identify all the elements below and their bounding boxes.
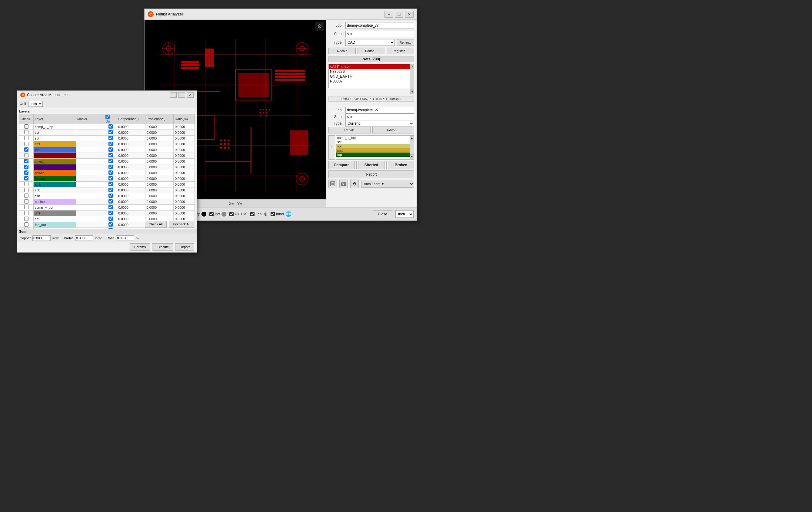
drill-drill[interactable]: [109, 211, 113, 215]
broken-button[interactable]: Broken: [388, 161, 414, 169]
check-comp-top[interactable]: [24, 124, 28, 129]
drill-power[interactable]: [109, 170, 113, 175]
compare-button[interactable]: Compare: [328, 161, 355, 169]
check-power[interactable]: [24, 170, 28, 175]
check-top[interactable]: [24, 147, 28, 152]
drill-comp-top[interactable]: [109, 124, 113, 129]
drill-smb[interactable]: [109, 182, 113, 186]
close-button-toolbar[interactable]: Close: [373, 210, 393, 218]
drill-inner2[interactable]: [109, 165, 113, 169]
layer-small-spt[interactable]: spt: [336, 144, 410, 148]
check-comp-bot[interactable]: [24, 205, 28, 209]
layer-scroll-up[interactable]: ▲: [410, 136, 414, 140]
type-dropdown-1[interactable]: CAD: [345, 39, 395, 46]
svg-rect-29: [263, 112, 264, 113]
drill-comp-bot[interactable]: [109, 205, 113, 209]
nets-scroll-up[interactable]: ▲: [410, 64, 414, 69]
bot-checkbox[interactable]: [209, 212, 213, 216]
gear-icon[interactable]: ⚙: [315, 22, 324, 31]
execute-button[interactable]: Execute: [152, 243, 173, 250]
shorted-button[interactable]: Shorted: [358, 161, 384, 169]
step-input-1[interactable]: [345, 31, 414, 37]
filter-button[interactable]: ≡: [328, 135, 335, 160]
drill-smt[interactable]: [109, 142, 113, 146]
unit-dropdown[interactable]: Inch: [396, 211, 413, 218]
editor-button-1[interactable]: Editor ...: [357, 48, 385, 54]
nets-header: Nets (788): [328, 56, 414, 62]
check-drill[interactable]: [24, 211, 28, 215]
params-button[interactable]: Params: [130, 243, 150, 250]
register-button[interactable]: Register ...: [387, 48, 414, 54]
check-bottom[interactable]: [24, 176, 28, 181]
tool-checkbox[interactable]: [250, 212, 255, 216]
inner-checkbox[interactable]: [270, 212, 275, 216]
job-input-1[interactable]: [345, 22, 414, 29]
check-ssb[interactable]: [24, 193, 28, 198]
profile-outline: 0.0000: [145, 199, 173, 205]
check-all-button[interactable]: Check All: [145, 221, 167, 227]
copper-minimize-btn[interactable]: −: [170, 92, 177, 98]
nets-scroll-down[interactable]: ▼: [410, 89, 414, 94]
copper-report-button[interactable]: Report: [175, 243, 194, 250]
type-dropdown-2[interactable]: Current: [345, 120, 414, 127]
check-gnd[interactable]: [24, 153, 28, 157]
nets-item-n885276[interactable]: N885276: [329, 69, 410, 74]
layer-small-top[interactable]: top: [336, 153, 410, 157]
drill-spt[interactable]: [109, 136, 113, 140]
maximize-button[interactable]: □: [395, 11, 403, 18]
check-inner1[interactable]: [24, 159, 28, 163]
profile-sum-input[interactable]: [75, 235, 93, 241]
drill-inner1[interactable]: [109, 159, 113, 163]
copper-close-btn[interactable]: ✕: [187, 92, 194, 98]
step-input-2[interactable]: [345, 113, 414, 120]
recalc-button-1[interactable]: Recalc: [328, 48, 356, 54]
layer-small-comp-top[interactable]: comp_+_top: [336, 136, 410, 140]
layer-scroll-down[interactable]: ▼: [410, 154, 414, 159]
recalc-button-2[interactable]: Recalc: [328, 127, 371, 133]
nets-item-all-points[interactable]: <All Points>: [329, 64, 410, 69]
layer-small-sst[interactable]: sst: [336, 140, 410, 144]
drill-spb[interactable]: [109, 188, 113, 192]
drill-gnd[interactable]: [109, 153, 113, 157]
uncheck-all-button[interactable]: Uncheck All: [169, 221, 194, 227]
drill-bottom[interactable]: [109, 176, 113, 181]
unit-select[interactable]: inch mm: [28, 101, 43, 107]
nets-item-gnd-earth[interactable]: GND_EARTH: [329, 74, 410, 79]
nets-item-n00837[interactable]: N00837: [329, 79, 410, 84]
ratio-sum-input[interactable]: [116, 235, 134, 241]
copper-sum-input[interactable]: [32, 235, 51, 241]
close-button[interactable]: ✕: [405, 11, 413, 18]
check-outline[interactable]: [24, 199, 28, 204]
drill-top[interactable]: [109, 147, 113, 152]
table-row: inner2 0.0000 0.0000 0.0000: [20, 164, 195, 170]
profile-sum-label: Profile: [64, 236, 73, 240]
minimize-button[interactable]: −: [384, 11, 393, 18]
pth-checkbox[interactable]: [229, 212, 234, 216]
layer-small-smt[interactable]: smt: [336, 148, 410, 153]
editor-button-2[interactable]: Editor ...: [372, 127, 414, 133]
drill-sst[interactable]: [109, 130, 113, 134]
layer-list-small[interactable]: comp_+_top sst spt smt top: [336, 135, 410, 160]
col-ratio: Ratio(%): [173, 114, 195, 124]
svg-rect-30: [266, 112, 267, 113]
check-inner2[interactable]: [24, 165, 28, 169]
camera-icon-button[interactable]: [339, 180, 348, 188]
drill-ssb[interactable]: [109, 193, 113, 198]
settings-icon-button[interactable]: ⚙: [350, 180, 359, 188]
layer-comp-top: comp_+_top: [33, 124, 76, 130]
pcb-icon-button[interactable]: [328, 180, 337, 188]
job-input-2[interactable]: [345, 107, 414, 113]
drill-header-checkbox[interactable]: [106, 115, 110, 119]
check-smt[interactable]: [24, 142, 28, 146]
report-button[interactable]: Report: [328, 170, 414, 178]
check-all-row: Check All Uncheck All: [17, 220, 197, 229]
drill-outline[interactable]: [109, 199, 113, 204]
copper-maximize-btn[interactable]: □: [178, 92, 185, 98]
check-spb[interactable]: [24, 188, 28, 192]
check-spt[interactable]: [24, 136, 28, 140]
check-sst[interactable]: [24, 130, 28, 134]
reread-button[interactable]: Re-read: [397, 39, 414, 46]
auto-zoom-dropdown[interactable]: Auto Zoom ▼: [361, 180, 414, 188]
check-smb[interactable]: [24, 182, 28, 186]
nets-list[interactable]: <All Points> N885276 GND_EARTH N00837: [328, 64, 410, 88]
